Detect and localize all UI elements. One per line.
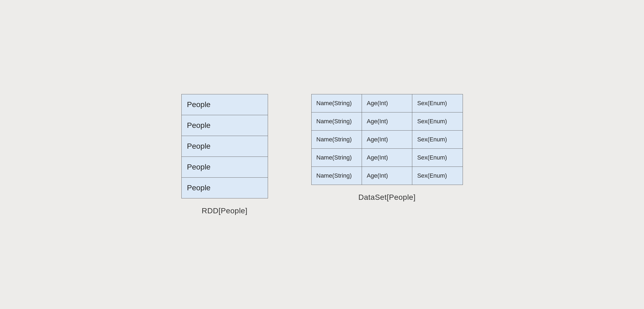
dataset-r2-c1: Name(String) [311, 112, 362, 130]
rdd-row-4-text: People [187, 163, 211, 171]
dataset-r3-c3: Sex(Enum) [412, 130, 463, 148]
rdd-row-2: People [182, 115, 268, 136]
dataset-r1-c2: Age(Int) [362, 94, 412, 112]
dataset-r5-c2: Age(Int) [362, 167, 412, 185]
main-container: People People People People People RDD[P… [165, 78, 479, 231]
dataset-label: DataSet[People] [358, 193, 416, 202]
dataset-r3-c2: Age(Int) [362, 130, 412, 148]
dataset-row-2: Name(String) Age(Int) Sex(Enum) [311, 112, 463, 130]
dataset-r4-c2: Age(Int) [362, 148, 412, 167]
dataset-section: Name(String) Age(Int) Sex(Enum) Name(Str… [311, 94, 463, 202]
rdd-row-3-text: People [187, 142, 211, 150]
rdd-table: People People People People People [181, 94, 268, 198]
dataset-row-4: Name(String) Age(Int) Sex(Enum) [311, 148, 463, 167]
dataset-r4-c1: Name(String) [311, 148, 362, 167]
dataset-r2-c3: Sex(Enum) [412, 112, 463, 130]
rdd-row-1: People [182, 94, 268, 115]
rdd-row-1-text: People [187, 100, 211, 109]
dataset-r1-c1: Name(String) [311, 94, 362, 112]
dataset-table: Name(String) Age(Int) Sex(Enum) Name(Str… [311, 94, 463, 185]
rdd-row-4: People [182, 157, 268, 178]
dataset-r4-c3: Sex(Enum) [412, 148, 463, 167]
dataset-r3-c1: Name(String) [311, 130, 362, 148]
rdd-row-5-text: People [187, 184, 211, 192]
dataset-r5-c1: Name(String) [311, 167, 362, 185]
rdd-label: RDD[People] [202, 207, 247, 215]
rdd-row-5: People [182, 178, 268, 198]
dataset-row-5: Name(String) Age(Int) Sex(Enum) [311, 167, 463, 185]
dataset-row-1: Name(String) Age(Int) Sex(Enum) [311, 94, 463, 112]
rdd-row-2-text: People [187, 121, 211, 129]
dataset-r2-c2: Age(Int) [362, 112, 412, 130]
rdd-section: People People People People People RDD[P… [181, 94, 268, 215]
dataset-r5-c3: Sex(Enum) [412, 167, 463, 185]
rdd-row-3: People [182, 136, 268, 157]
dataset-r1-c3: Sex(Enum) [412, 94, 463, 112]
dataset-row-3: Name(String) Age(Int) Sex(Enum) [311, 130, 463, 148]
